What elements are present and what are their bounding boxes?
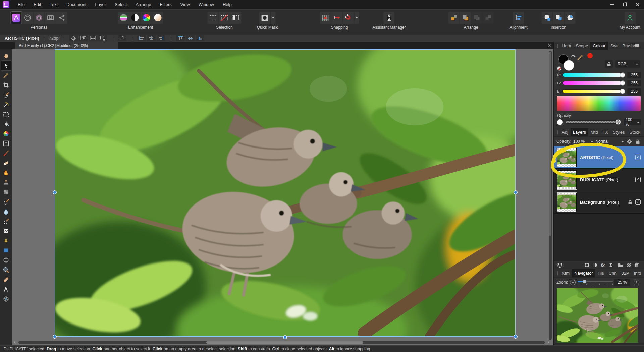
channel-slider-knob[interactable] bbox=[620, 81, 625, 85]
layer-effects-icon[interactable]: fx bbox=[599, 262, 606, 268]
snapping-magnet-icon[interactable] bbox=[343, 12, 354, 24]
selection-brush-tool[interactable] bbox=[1, 90, 11, 100]
document-image[interactable] bbox=[55, 49, 516, 337]
invert-selection-icon[interactable] bbox=[230, 12, 241, 24]
colour-spectrum[interactable] bbox=[557, 96, 641, 111]
close-view-icon[interactable] bbox=[545, 42, 553, 49]
layer-thumbnail[interactable] bbox=[557, 193, 577, 212]
vertical-scrollbar[interactable] bbox=[549, 51, 552, 340]
align-top-icon[interactable] bbox=[176, 35, 185, 41]
panel-tab[interactable]: Navigator bbox=[572, 269, 595, 277]
layer-locked-icon[interactable] bbox=[628, 200, 633, 205]
navigator-preview[interactable] bbox=[557, 288, 638, 343]
layer-visibility-checkbox[interactable] bbox=[635, 177, 641, 182]
channel-slider[interactable] bbox=[562, 73, 625, 77]
insert-inside-icon[interactable] bbox=[565, 12, 576, 24]
panel-tab[interactable]: FX bbox=[600, 128, 611, 136]
minimize-icon[interactable] bbox=[606, 0, 619, 9]
panel-tab[interactable]: Mtd bbox=[588, 128, 600, 136]
burn-tool[interactable] bbox=[1, 168, 11, 177]
panel-tab[interactable]: Layers bbox=[571, 128, 588, 136]
panel-tab[interactable]: Adj bbox=[559, 128, 571, 136]
panel-tab[interactable]: His bbox=[595, 269, 606, 277]
align-middle-icon[interactable] bbox=[186, 35, 195, 41]
pen-tool[interactable] bbox=[1, 236, 11, 245]
zoom-in-icon[interactable]: + bbox=[634, 280, 639, 285]
healing-brush-tool[interactable] bbox=[1, 275, 11, 284]
align-left-icon[interactable] bbox=[137, 35, 146, 41]
channel-value[interactable]: 255 bbox=[627, 80, 641, 86]
panel-grip[interactable] bbox=[556, 271, 558, 275]
panel-tab[interactable]: Styles bbox=[610, 128, 627, 136]
opacity-swatch[interactable] bbox=[557, 119, 563, 125]
channel-slider-knob[interactable] bbox=[620, 73, 625, 77]
selection-handle-bottom-right[interactable] bbox=[514, 335, 518, 339]
pixel-alignment-icon[interactable] bbox=[331, 12, 342, 24]
menu-item[interactable]: Document bbox=[62, 0, 91, 9]
blend-options-gear-icon[interactable] bbox=[626, 139, 633, 144]
picked-colour-swatch[interactable] bbox=[587, 53, 593, 58]
channel-slider-knob[interactable] bbox=[620, 89, 625, 94]
move-to-front-icon[interactable] bbox=[483, 12, 494, 24]
panel-tab[interactable]: 32P bbox=[619, 269, 631, 277]
horizontal-scrollbar[interactable] bbox=[18, 341, 545, 344]
marquee-tool[interactable] bbox=[1, 109, 11, 119]
zoom-slider-thumb[interactable] bbox=[583, 280, 586, 284]
insert-behind-icon[interactable] bbox=[542, 12, 553, 24]
new-group-folder-icon[interactable] bbox=[617, 262, 624, 268]
scale-selection-icon[interactable] bbox=[89, 35, 97, 41]
auto-colour-icon[interactable] bbox=[141, 12, 152, 24]
live-filter-icon[interactable] bbox=[607, 262, 614, 268]
assistant-manager-icon[interactable] bbox=[383, 12, 394, 24]
alignment-icon[interactable] bbox=[513, 12, 524, 24]
mesh-warp-tool[interactable] bbox=[1, 255, 11, 265]
selection-handle-bottom-middle[interactable] bbox=[283, 335, 287, 339]
rotate-selection-icon[interactable] bbox=[118, 35, 126, 41]
auto-white-balance-icon[interactable] bbox=[152, 12, 163, 24]
back-one-icon[interactable] bbox=[460, 12, 471, 24]
layer-row[interactable]: ARTISTIC (Pixel) bbox=[554, 146, 644, 169]
layers-opacity-select[interactable]: 100 % bbox=[573, 139, 593, 144]
transform-selection-icon[interactable] bbox=[98, 35, 107, 41]
deselect-icon[interactable] bbox=[219, 12, 230, 24]
layer-row[interactable]: DUPLICATE (Pixel) bbox=[554, 169, 644, 191]
menu-item[interactable]: Window bbox=[194, 0, 218, 9]
erase-brush-tool[interactable] bbox=[1, 158, 11, 168]
cycle-selection-box-icon[interactable] bbox=[69, 35, 78, 41]
auto-contrast-icon[interactable] bbox=[129, 12, 141, 24]
selection-handle-right[interactable] bbox=[514, 190, 518, 194]
layers-panel-menu-icon[interactable] bbox=[635, 130, 639, 134]
view-tool[interactable] bbox=[1, 51, 11, 61]
adjustment-layer-icon[interactable] bbox=[591, 262, 598, 268]
close-icon[interactable] bbox=[631, 0, 644, 9]
dpi-value[interactable]: 72dpi bbox=[49, 36, 60, 41]
blend-mode-select[interactable]: Normal bbox=[595, 139, 624, 144]
layer-row[interactable]: Background (Pixel) bbox=[554, 191, 644, 214]
scroll-right-icon[interactable] bbox=[548, 341, 549, 344]
horizontal-scrollbar-thumb[interactable] bbox=[206, 341, 363, 344]
artistic-text-tool[interactable] bbox=[1, 284, 11, 294]
blur-tool[interactable] bbox=[1, 207, 11, 216]
zoom-tool[interactable] bbox=[1, 265, 11, 275]
colour-picker-tool[interactable] bbox=[1, 70, 11, 80]
my-account-icon[interactable] bbox=[625, 12, 636, 24]
photo-persona-icon[interactable] bbox=[11, 12, 22, 24]
panel-tab[interactable]: Chn bbox=[606, 269, 619, 277]
colour-panel-menu-icon[interactable] bbox=[635, 44, 639, 48]
move-tool[interactable] bbox=[1, 61, 11, 70]
blemish-removal-tool[interactable] bbox=[1, 226, 11, 236]
panel-tab[interactable]: Scope bbox=[573, 42, 590, 50]
clone-stamp-tool[interactable] bbox=[1, 177, 11, 187]
quick-mask-icon[interactable] bbox=[259, 12, 270, 24]
panel-grip[interactable] bbox=[556, 44, 558, 48]
vertical-scrollbar-thumb[interactable] bbox=[549, 52, 551, 236]
channel-value[interactable]: 255 bbox=[627, 72, 641, 78]
flood-select-tool[interactable] bbox=[1, 100, 11, 109]
frame-text-tool[interactable] bbox=[1, 138, 11, 148]
menu-item[interactable]: Select bbox=[110, 0, 131, 9]
panel-tab[interactable]: Colour bbox=[590, 42, 608, 50]
develop-tool[interactable] bbox=[1, 294, 11, 304]
mask-layer-icon[interactable] bbox=[583, 262, 590, 268]
channel-slider[interactable] bbox=[562, 89, 625, 93]
tone-mapping-persona-icon[interactable] bbox=[45, 12, 56, 24]
